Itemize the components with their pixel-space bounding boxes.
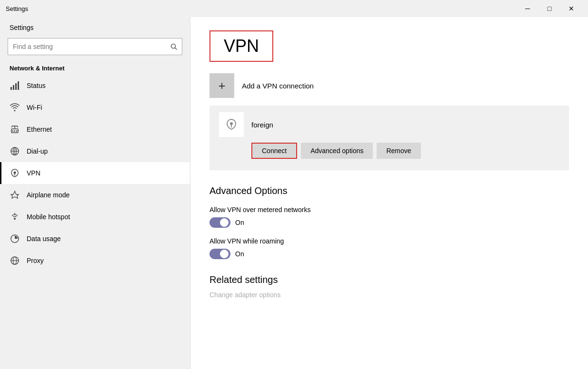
maximize-button[interactable]: □ [538, 0, 560, 17]
sidebar-item-vpn-label: VPN [27, 169, 40, 177]
search-input[interactable] [13, 43, 170, 50]
svg-point-25 [230, 122, 233, 125]
sidebar-item-ethernet-label: Ethernet [27, 126, 52, 133]
sidebar-item-status-label: Status [27, 82, 46, 89]
svg-rect-12 [14, 130, 15, 132]
sidebar-item-status[interactable]: Status [0, 75, 190, 97]
toggle-roaming-label: Allow VPN while roaming [209, 237, 569, 245]
toggle-roaming-state: On [235, 250, 244, 258]
advanced-options-button[interactable]: Advanced options [301, 143, 373, 159]
sidebar-item-vpn[interactable]: VPN [0, 162, 190, 184]
svg-rect-13 [16, 130, 17, 132]
app-title: Settings [6, 5, 28, 12]
svg-line-1 [175, 48, 177, 50]
toggle-roaming-wrap: On [209, 249, 569, 259]
svg-point-18 [14, 172, 16, 174]
sidebar-item-datausage-label: Data usage [27, 235, 61, 243]
remove-button[interactable]: Remove [377, 143, 420, 159]
close-button[interactable]: ✕ [560, 0, 582, 17]
sidebar-item-airplane-label: Airplane mode [27, 191, 70, 199]
section-label: Network & Internet [0, 61, 190, 75]
wifi-icon [10, 102, 20, 113]
window-controls: ─ □ ✕ [517, 0, 582, 17]
vpn-header-box: VPN [209, 30, 273, 62]
toggle-metered[interactable] [209, 217, 230, 228]
sidebar-item-ethernet[interactable]: Ethernet [0, 118, 190, 140]
svg-rect-4 [15, 83, 17, 90]
status-icon [10, 80, 20, 91]
add-vpn-row[interactable]: + Add a VPN connection [209, 73, 569, 98]
vpn-icon [10, 168, 20, 178]
dialup-icon [10, 146, 20, 156]
vpn-connection-top: foreign [219, 112, 559, 137]
airplane-icon [10, 190, 20, 200]
toggle-metered-wrap: On [209, 217, 569, 228]
search-box[interactable] [8, 38, 182, 55]
advanced-options-heading: Advanced Options [209, 185, 569, 196]
sidebar-item-proxy[interactable]: Proxy [0, 250, 190, 272]
svg-rect-3 [13, 85, 14, 90]
add-vpn-label: Add a VPN connection [242, 82, 314, 90]
change-adapter-link[interactable]: Change adapter options [209, 291, 569, 299]
svg-rect-5 [18, 81, 19, 90]
toggle-roaming[interactable] [209, 249, 230, 259]
related-settings-heading: Related settings [209, 274, 569, 285]
search-icon [170, 43, 177, 50]
title-bar: Settings ─ □ ✕ [0, 0, 588, 17]
sidebar-item-dialup-label: Dial-up [27, 147, 48, 155]
sidebar-item-wifi[interactable]: Wi-Fi [0, 97, 190, 118]
vpn-action-buttons: Connect Advanced options Remove [219, 143, 559, 164]
sidebar-item-datausage[interactable]: Data usage [0, 228, 190, 250]
vpn-connection-icon [225, 118, 238, 131]
sidebar-item-airplane[interactable]: Airplane mode [0, 184, 190, 206]
sidebar-item-hotspot-label: Mobile hotspot [27, 213, 70, 221]
vpn-connection-name: foreign [251, 121, 273, 129]
add-vpn-icon-box: + [209, 73, 234, 98]
sidebar-item-hotspot[interactable]: Mobile hotspot [0, 206, 190, 228]
app-body: Settings Network & Internet Stat [0, 17, 588, 369]
main-content: VPN + Add a VPN connection foreign [190, 17, 588, 369]
minimize-button[interactable]: ─ [517, 0, 538, 17]
toggle-roaming-row: Allow VPN while roaming On [209, 237, 569, 259]
sidebar-item-proxy-label: Proxy [27, 257, 44, 264]
toggle-metered-label: Allow VPN over metered networks [209, 206, 569, 214]
toggle-metered-state: On [235, 219, 244, 226]
vpn-connection-card: foreign Connect Advanced options Remove [209, 106, 569, 170]
sidebar: Settings Network & Internet Stat [0, 17, 190, 369]
connect-button[interactable]: Connect [251, 143, 297, 159]
sidebar-item-dialup[interactable]: Dial-up [0, 140, 190, 162]
sidebar-app-title: Settings [0, 17, 190, 35]
svg-rect-11 [12, 130, 13, 132]
sidebar-item-wifi-label: Wi-Fi [27, 104, 42, 111]
page-title: VPN [224, 36, 259, 56]
vpn-connection-icon-box [219, 112, 244, 137]
proxy-icon [10, 255, 20, 266]
datausage-icon [10, 233, 20, 244]
toggle-metered-row: Allow VPN over metered networks On [209, 206, 569, 228]
ethernet-icon [10, 124, 20, 135]
hotspot-icon [10, 212, 20, 222]
plus-icon: + [218, 78, 225, 93]
svg-rect-2 [10, 87, 12, 90]
